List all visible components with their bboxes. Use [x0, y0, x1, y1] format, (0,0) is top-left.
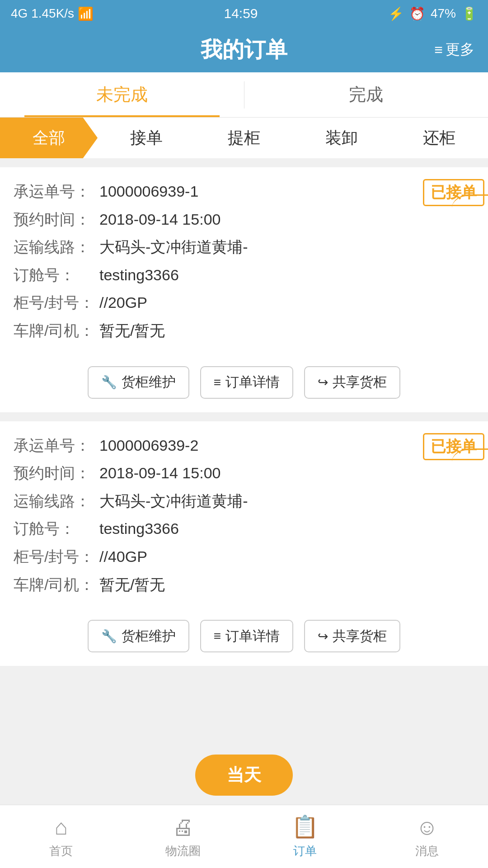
list-icon: ≡ — [214, 375, 221, 390]
action-row-1: 🔧 货柜维护 ≡ 订单详情 ↪ 共享货柜 — [0, 357, 488, 412]
nav-logistics-label: 物流圈 — [165, 843, 201, 859]
order-row: 柜号/封号： //40GP — [14, 546, 474, 568]
share-icon: ↪ — [318, 375, 328, 390]
alarm-icon: ⏰ — [409, 6, 425, 21]
share-icon-2: ↪ — [318, 629, 328, 644]
order-row: 运输线路： 大码头-文冲街道黄埔- — [14, 236, 474, 258]
bottom-nav: ⌂ 首页 🖨 物流圈 📋 订单 ☺ 消息 — [0, 805, 488, 868]
bluetooth-icon: ⚡ — [388, 6, 404, 21]
detail-button-1[interactable]: ≡ 订单详情 — [200, 366, 293, 399]
order-row: 车牌/司机： 暂无/暂无 — [14, 574, 474, 596]
orders-icon: 📋 — [291, 814, 319, 840]
tab-loadunload[interactable]: 装卸 — [293, 118, 390, 158]
logistics-icon: 🖨 — [172, 815, 194, 840]
order-row: 订舱号： testing3366 — [14, 264, 474, 286]
order-row: 运输线路： 大码头-文冲街道黄埔- — [14, 491, 474, 512]
order-row: 柜号/封号： //20GP — [14, 292, 474, 314]
menu-icon: ≡ — [434, 42, 443, 58]
nav-orders[interactable]: 📋 订单 — [244, 805, 366, 868]
battery-text: 47% — [431, 6, 456, 21]
tab-all[interactable]: 全部 — [0, 118, 98, 158]
nav-logistics[interactable]: 🖨 物流圈 — [122, 805, 244, 868]
nav-messages-label: 消息 — [415, 843, 439, 859]
order-row: 预约时间： 2018-09-14 15:00 — [14, 209, 474, 231]
status-time: 14:59 — [224, 6, 258, 21]
order-card-2: 已接单 承运单号： 1000006939-2 预约时间： 2018-09-14 … — [0, 421, 488, 611]
order-row: 承运单号： 1000006939-2 — [14, 435, 474, 457]
separator-1 — [0, 158, 488, 167]
more-button[interactable]: ≡ 更多 — [434, 40, 474, 60]
order-info-1: 承运单号： 1000006939-1 预约时间： 2018-09-14 15:0… — [14, 181, 474, 357]
home-icon: ⌂ — [55, 815, 68, 840]
messages-icon: ☺ — [416, 815, 438, 840]
more-label: 更多 — [446, 40, 474, 60]
order-card-1: 已接单 承运单号： 1000006939-1 预约时间： 2018-09-14 … — [0, 167, 488, 357]
sub-tabs: 全部 接单 提柜 装卸 还柜 — [0, 118, 488, 158]
main-tabs: 未完成 完成 — [0, 72, 488, 118]
status-left: 4G 1.45K/s 📶 — [11, 6, 94, 21]
wifi-icon: 📶 — [78, 6, 94, 21]
maintenance-button-2[interactable]: 🔧 货柜维护 — [88, 620, 189, 652]
detail-button-2[interactable]: ≡ 订单详情 — [200, 620, 293, 652]
battery-icon: 🔋 — [461, 6, 477, 21]
status-right: ⚡ ⏰ 47% 🔋 — [388, 6, 477, 21]
tab-return[interactable]: 还柜 — [390, 118, 488, 158]
separator-2 — [0, 412, 488, 421]
status-bar: 4G 1.45K/s 📶 14:59 ⚡ ⏰ 47% 🔋 — [0, 0, 488, 27]
nav-home-label: 首页 — [49, 843, 73, 859]
signal-icon: 4G 1.45K/s — [11, 6, 74, 21]
maintenance-button-1[interactable]: 🔧 货柜维护 — [88, 366, 189, 399]
list-icon-2: ≡ — [214, 629, 221, 643]
wrench-icon: 🔧 — [101, 375, 117, 390]
share-button-1[interactable]: ↪ 共享货柜 — [304, 366, 400, 399]
nav-messages[interactable]: ☺ 消息 — [366, 805, 488, 868]
tab-complete[interactable]: 完成 — [244, 72, 488, 117]
today-float-button[interactable]: 当天 — [195, 755, 293, 796]
status-badge-2: 已接单 — [420, 421, 488, 476]
order-info-2: 承运单号： 1000006939-2 预约时间： 2018-09-14 15:0… — [14, 435, 474, 611]
order-row: 车牌/司机： 暂无/暂无 — [14, 320, 474, 342]
action-row-2: 🔧 货柜维护 ≡ 订单详情 ↪ 共享货柜 — [0, 611, 488, 666]
nav-home[interactable]: ⌂ 首页 — [0, 805, 122, 868]
nav-orders-label: 订单 — [293, 843, 317, 859]
tab-accept[interactable]: 接单 — [98, 118, 195, 158]
order-row: 订舱号： testing3366 — [14, 518, 474, 540]
tab-pickup[interactable]: 提柜 — [195, 118, 293, 158]
order-row: 承运单号： 1000006939-1 — [14, 181, 474, 203]
tab-incomplete[interactable]: 未完成 — [0, 72, 244, 117]
page-title: 我的订单 — [201, 35, 287, 64]
header: 我的订单 ≡ 更多 — [0, 27, 488, 72]
share-button-2[interactable]: ↪ 共享货柜 — [304, 620, 400, 652]
wrench-icon-2: 🔧 — [101, 629, 117, 644]
order-row: 预约时间： 2018-09-14 15:00 — [14, 462, 474, 484]
status-badge-1: 已接单 — [420, 167, 488, 222]
